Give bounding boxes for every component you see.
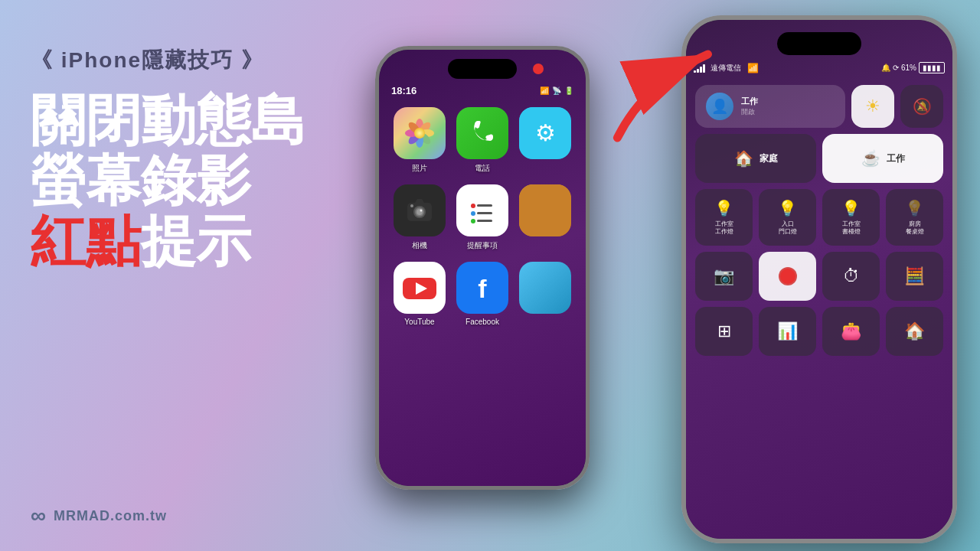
partial-icon-1: ⚙ xyxy=(519,107,571,159)
svg-point-20 xyxy=(471,211,475,216)
front-wifi-icon: 📡 xyxy=(552,86,561,95)
cc-work-scene-label: 工作 xyxy=(887,152,905,165)
arrow-container xyxy=(590,38,743,164)
app-phone[interactable]: 電話 xyxy=(454,107,511,174)
cc-camera-btn[interactable]: 📷 xyxy=(695,252,753,301)
cc-mute-btn[interactable]: 🔕 xyxy=(900,85,943,128)
app-row-3: YouTube f Facebook xyxy=(391,262,573,326)
app-photos[interactable]: 照片 xyxy=(391,107,448,174)
app-youtube[interactable]: YouTube xyxy=(391,262,448,326)
homekit-icon: 🏠 xyxy=(904,321,925,341)
wallet-icon: 👛 xyxy=(841,321,861,341)
timer-icon: ⏱ xyxy=(843,266,860,286)
title-line2: 螢幕錄影 xyxy=(31,151,375,211)
cc-work-scene-btn[interactable]: ☕ 工作 xyxy=(822,134,943,183)
cc-actions-row: 📷 ⏱ 🧮 xyxy=(695,252,943,301)
cc-lights-row: 💡 工作室工作燈 💡 入口門口燈 💡 工作室書檯燈 💡 廚房餐桌燈 xyxy=(695,189,943,246)
youtube-icon xyxy=(394,262,446,314)
orient-icon: ⟳ xyxy=(893,64,899,72)
qr-icon: ⊞ xyxy=(717,321,731,341)
app-partial-1: ⚙ xyxy=(517,107,573,174)
bulb-icon-1: 💡 xyxy=(714,199,733,217)
camera-label: 相機 xyxy=(412,240,427,251)
phone-front: 18:16 📶 📡 🔋 xyxy=(375,46,590,490)
cc-chart-btn[interactable]: 📊 xyxy=(759,307,816,356)
front-signal-icon: 📶 xyxy=(540,86,549,95)
main-title: 關閉動態島 螢幕錄影 紅點提示 xyxy=(31,90,375,272)
cc-qr-btn[interactable]: ⊞ xyxy=(695,307,753,356)
brightness-icon: ☀ xyxy=(865,96,880,116)
front-battery-icon: 🔋 xyxy=(564,86,573,95)
phones-area: 遠傳電信 📶 🔔 ⟳ 61% ▮▮▮▮ 👤 工作 xyxy=(352,0,980,551)
cc-light-label-4: 廚房餐桌燈 xyxy=(906,220,924,235)
svg-point-18 xyxy=(471,204,475,208)
cc-homekit-btn[interactable]: 🏠 xyxy=(886,307,943,356)
cc-work-label: 工作 xyxy=(741,96,758,107)
svg-rect-23 xyxy=(477,220,492,222)
app-partial-2 xyxy=(517,184,573,251)
battery-percent: 61% xyxy=(901,64,916,72)
photos-label: 照片 xyxy=(412,163,427,174)
mute-icon: 🔕 xyxy=(913,97,932,116)
svg-rect-19 xyxy=(477,204,492,207)
cc-light-label-1: 工作室工作燈 xyxy=(715,220,733,235)
title-line3: 紅點提示 xyxy=(31,211,375,272)
logo-text: MRMAD.com.tw xyxy=(54,508,167,524)
reminders-icon xyxy=(456,184,508,236)
cc-light-1[interactable]: 💡 工作室工作燈 xyxy=(695,189,753,246)
record-dot-icon xyxy=(779,267,797,285)
wifi-icon: 📶 xyxy=(747,63,759,73)
cc-work-sublabel: 開啟 xyxy=(741,107,758,117)
app-facebook[interactable]: f Facebook xyxy=(454,262,511,326)
alarm-icon: 🔔 xyxy=(881,64,890,72)
facebook-icon: f xyxy=(456,262,508,314)
bulb-icon-4: 💡 xyxy=(905,199,924,217)
svg-text:⚙: ⚙ xyxy=(535,120,556,145)
svg-point-22 xyxy=(471,219,475,223)
app-partial-3 xyxy=(517,262,573,326)
cc-record-btn[interactable] xyxy=(759,252,816,301)
svg-point-16 xyxy=(410,204,413,207)
app-camera[interactable]: 相機 xyxy=(391,184,448,251)
front-status-icons: 📶 📡 🔋 xyxy=(540,86,573,95)
svg-point-15 xyxy=(420,210,423,212)
svg-rect-21 xyxy=(477,212,492,214)
left-panel: 《 iPhone隱藏技巧 》 關閉動態島 螢幕錄影 紅點提示 xyxy=(31,46,375,280)
red-dot-indicator xyxy=(533,64,544,74)
cc-calc-btn[interactable]: 🧮 xyxy=(886,252,943,301)
logo-infinity-icon: ∞ xyxy=(31,504,46,528)
app-row-2: 相機 xyxy=(391,184,573,251)
coffee-icon: ☕ xyxy=(861,149,880,168)
partial-icon-2 xyxy=(519,184,571,236)
arrow-svg xyxy=(590,38,743,161)
cc-brightness-btn[interactable]: ☀ xyxy=(851,85,894,128)
svg-rect-24 xyxy=(519,184,571,236)
dynamic-island-front xyxy=(448,59,517,79)
app-row-1: 照片 電話 ⚙ xyxy=(391,107,573,174)
bulb-icon-2: 💡 xyxy=(778,199,797,217)
cc-light-4[interactable]: 💡 廚房餐桌燈 xyxy=(886,189,943,246)
phone-icon xyxy=(456,107,508,159)
svg-text:f: f xyxy=(478,274,487,303)
partial-icon-3 xyxy=(519,262,571,314)
youtube-label: YouTube xyxy=(404,318,434,326)
cc-home-label: 家庭 xyxy=(760,152,778,165)
cc-timer-btn[interactable]: ⏱ xyxy=(822,252,880,301)
svg-point-8 xyxy=(414,128,425,139)
title-line1: 關閉動態島 xyxy=(31,90,375,151)
cc-light-2[interactable]: 💡 入口門口燈 xyxy=(759,189,816,246)
cc-wallet-btn[interactable]: 👛 xyxy=(822,307,880,356)
status-bar-front: 18:16 📶 📡 🔋 xyxy=(391,85,573,96)
cc-work-labels: 工作 開啟 xyxy=(741,96,758,117)
logo-area: ∞ MRMAD.com.tw xyxy=(31,504,167,528)
calculator-icon: 🧮 xyxy=(904,266,925,286)
phone-front-inner: 18:16 📶 📡 🔋 xyxy=(379,50,586,486)
facebook-label: Facebook xyxy=(466,318,499,326)
dynamic-island-back xyxy=(777,32,861,55)
cc-light-3[interactable]: 💡 工作室書檯燈 xyxy=(822,189,880,246)
subtitle: 《 iPhone隱藏技巧 》 xyxy=(31,46,375,75)
camera-icon: 📷 xyxy=(714,266,734,286)
app-reminders[interactable]: 提醒事項 xyxy=(454,184,511,251)
camera-icon-img xyxy=(394,184,446,236)
cc-bottom-row: ⊞ 📊 👛 🏠 xyxy=(695,307,943,356)
